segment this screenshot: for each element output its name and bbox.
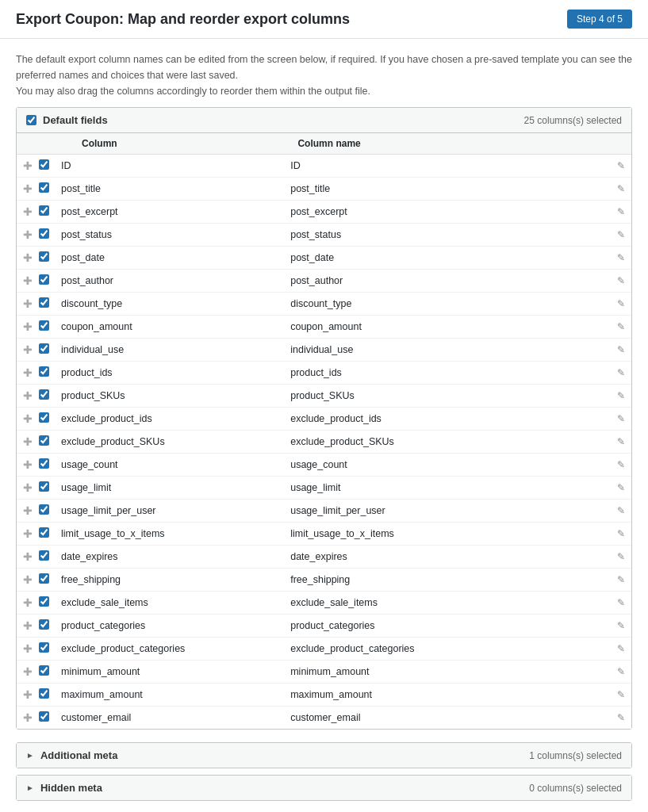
row-checkbox[interactable] xyxy=(39,389,49,400)
edit-icon[interactable]: ✎ xyxy=(617,505,625,516)
row-checkbox[interactable] xyxy=(39,343,49,354)
table-row: ✚ usage_limit usage_limit ✎ xyxy=(17,477,631,500)
drag-handle-icon[interactable]: ✚ xyxy=(23,297,36,310)
row-checkbox[interactable] xyxy=(39,435,49,446)
table-row: ✚ individual_use individual_use ✎ xyxy=(17,339,631,362)
row-checkbox[interactable] xyxy=(39,412,49,423)
edit-icon[interactable]: ✎ xyxy=(617,528,625,539)
column-id-label: maximum_amount xyxy=(61,689,290,700)
edit-icon[interactable]: ✎ xyxy=(617,344,625,355)
hidden-meta-header[interactable]: ► Hidden meta 0 columns(s) selected xyxy=(17,776,631,800)
row-checkbox[interactable] xyxy=(39,711,49,722)
row-checkbox[interactable] xyxy=(39,297,49,308)
edit-icon[interactable]: ✎ xyxy=(617,574,625,585)
table-row: ✚ coupon_amount coupon_amount ✎ xyxy=(17,316,631,339)
column-id-label: discount_type xyxy=(61,298,290,309)
drag-handle-icon[interactable]: ✚ xyxy=(23,343,36,356)
row-checkbox-wrap xyxy=(39,458,55,471)
row-checkbox[interactable] xyxy=(39,182,49,193)
drag-handle-icon[interactable]: ✚ xyxy=(23,619,36,632)
data-rows-container: ✚ ID ID ✎ ✚ post_title post_title ✎ ✚ xyxy=(17,155,631,729)
drag-handle-icon[interactable]: ✚ xyxy=(23,665,36,678)
row-checkbox[interactable] xyxy=(39,251,49,262)
drag-handle-icon[interactable]: ✚ xyxy=(23,228,36,241)
edit-icon[interactable]: ✎ xyxy=(617,689,625,700)
table-row: ✚ customer_email customer_email ✎ xyxy=(17,707,631,729)
row-checkbox[interactable] xyxy=(39,619,49,630)
row-checkbox[interactable] xyxy=(39,274,49,285)
row-checkbox-wrap xyxy=(39,228,55,241)
drag-handle-icon[interactable]: ✚ xyxy=(23,688,36,701)
drag-handle-icon[interactable]: ✚ xyxy=(23,527,36,540)
edit-icon[interactable]: ✎ xyxy=(617,206,625,217)
column-name-value: date_expires xyxy=(290,550,614,564)
edit-icon[interactable]: ✎ xyxy=(617,390,625,401)
drag-handle-icon[interactable]: ✚ xyxy=(23,711,36,724)
row-checkbox[interactable] xyxy=(39,481,49,492)
row-checkbox[interactable] xyxy=(39,366,49,377)
default-fields-header[interactable]: Default fields 25 columns(s) selected xyxy=(17,108,631,133)
row-checkbox[interactable] xyxy=(39,688,49,699)
edit-icon[interactable]: ✎ xyxy=(617,666,625,677)
row-checkbox[interactable] xyxy=(39,458,49,469)
row-checkbox[interactable] xyxy=(39,642,49,653)
drag-handle-icon[interactable]: ✚ xyxy=(23,481,36,494)
edit-icon[interactable]: ✎ xyxy=(617,436,625,447)
edit-icon[interactable]: ✎ xyxy=(617,321,625,332)
edit-icon[interactable]: ✎ xyxy=(617,551,625,562)
table-row: ✚ limit_usage_to_x_items limit_usage_to_… xyxy=(17,523,631,546)
edit-icon[interactable]: ✎ xyxy=(617,482,625,493)
edit-icon[interactable]: ✎ xyxy=(617,183,625,194)
additional-meta-header[interactable]: ► Additional meta 1 columns(s) selected xyxy=(17,743,631,768)
drag-handle-icon[interactable]: ✚ xyxy=(23,205,36,218)
drag-handle-icon[interactable]: ✚ xyxy=(23,642,36,655)
edit-icon[interactable]: ✎ xyxy=(617,275,625,286)
row-checkbox[interactable] xyxy=(39,320,49,331)
drag-handle-icon[interactable]: ✚ xyxy=(23,550,36,563)
drag-handle-icon[interactable]: ✚ xyxy=(23,435,36,448)
edit-icon[interactable]: ✎ xyxy=(617,252,625,263)
edit-icon[interactable]: ✎ xyxy=(617,597,625,608)
column-id-label: post_excerpt xyxy=(61,206,290,217)
column-id-label: exclude_product_ids xyxy=(61,413,290,424)
column-id-label: usage_limit_per_user xyxy=(61,505,290,516)
edit-icon[interactable]: ✎ xyxy=(617,712,625,723)
default-fields-select-all[interactable] xyxy=(26,115,36,125)
drag-handle-icon[interactable]: ✚ xyxy=(23,320,36,333)
drag-handle-icon[interactable]: ✚ xyxy=(23,504,36,517)
drag-handle-icon[interactable]: ✚ xyxy=(23,366,36,379)
row-checkbox[interactable] xyxy=(39,527,49,538)
drag-handle-icon[interactable]: ✚ xyxy=(23,274,36,287)
row-checkbox[interactable] xyxy=(39,596,49,607)
drag-handle-icon[interactable]: ✚ xyxy=(23,159,36,172)
edit-icon[interactable]: ✎ xyxy=(617,620,625,631)
row-checkbox[interactable] xyxy=(39,205,49,216)
column-id-label: usage_limit xyxy=(61,482,290,493)
drag-handle-icon[interactable]: ✚ xyxy=(23,389,36,402)
drag-handle-icon[interactable]: ✚ xyxy=(23,251,36,264)
edit-icon[interactable]: ✎ xyxy=(617,643,625,654)
row-checkbox-wrap xyxy=(39,665,55,678)
column-name-wrap: free_shipping ✎ xyxy=(290,573,625,587)
drag-handle-icon[interactable]: ✚ xyxy=(23,573,36,586)
row-checkbox[interactable] xyxy=(39,665,49,676)
edit-icon[interactable]: ✎ xyxy=(617,160,625,171)
edit-icon[interactable]: ✎ xyxy=(617,413,625,424)
drag-handle-icon[interactable]: ✚ xyxy=(23,182,36,195)
row-checkbox[interactable] xyxy=(39,228,49,239)
edit-icon[interactable]: ✎ xyxy=(617,459,625,470)
row-checkbox-wrap xyxy=(39,527,55,540)
row-checkbox[interactable] xyxy=(39,159,49,170)
drag-handle-icon[interactable]: ✚ xyxy=(23,596,36,609)
row-checkbox[interactable] xyxy=(39,550,49,561)
edit-icon[interactable]: ✎ xyxy=(617,229,625,240)
drag-handle-icon[interactable]: ✚ xyxy=(23,412,36,425)
row-checkbox[interactable] xyxy=(39,573,49,584)
edit-icon[interactable]: ✎ xyxy=(617,367,625,378)
table-row: ✚ post_author post_author ✎ xyxy=(17,270,631,293)
edit-icon[interactable]: ✎ xyxy=(617,298,625,309)
drag-handle-icon[interactable]: ✚ xyxy=(23,458,36,471)
row-checkbox[interactable] xyxy=(39,504,49,515)
column-name-wrap: post_status ✎ xyxy=(290,228,625,242)
default-fields-section: Default fields 25 columns(s) selected Co… xyxy=(16,107,632,730)
